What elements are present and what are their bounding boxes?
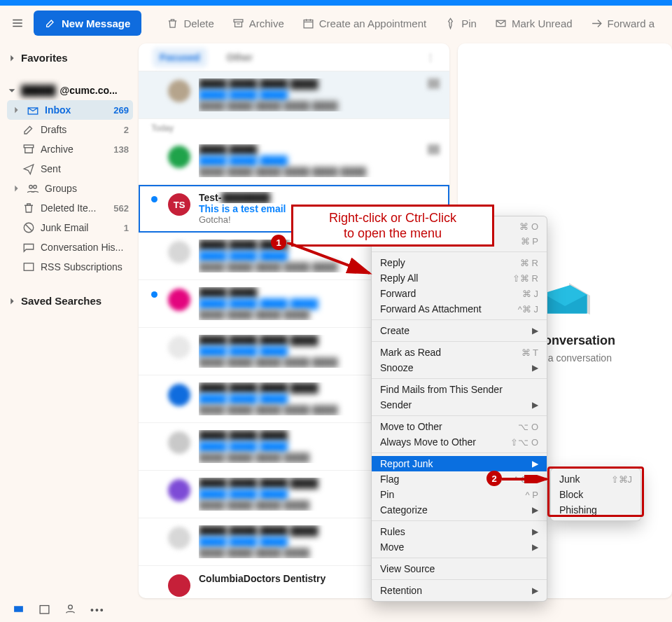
ctx-pin[interactable]: Pin^ P xyxy=(372,487,547,502)
folder-label: RSS Subscriptions xyxy=(41,261,129,272)
ctx-label: View Source xyxy=(380,563,435,574)
tab-other[interactable]: Other xyxy=(220,48,260,67)
sidebar: Favorites █████@cumc.co... Inbox269Draft… xyxy=(0,41,139,598)
ctx-report-junk[interactable]: Report Junk▶ xyxy=(372,456,547,471)
shortcut: ^ O xyxy=(514,474,528,485)
ctx-label: Block xyxy=(559,489,583,500)
toolbar: New Message Delete Archive Create an App… xyxy=(0,6,672,41)
mail-tab-icon[interactable] xyxy=(13,603,24,617)
account-header[interactable]: █████@cumc.co... xyxy=(4,81,133,100)
ctx-label: Sender xyxy=(380,399,412,410)
chevron-right-icon xyxy=(11,184,21,193)
folder-groups[interactable]: Groups xyxy=(7,179,133,198)
chevron-right-icon: ▶ xyxy=(532,527,538,537)
ctx-move[interactable]: Move▶ xyxy=(372,539,547,555)
folder-sent[interactable]: Sent xyxy=(7,159,133,179)
annotation-line1: Right-click or Ctrl-Click xyxy=(329,211,456,225)
ctx-label: Junk xyxy=(559,474,580,485)
ctx-reply[interactable]: Reply⌘ R xyxy=(372,255,547,270)
chevron-right-icon: ▶ xyxy=(532,586,538,595)
folder-convhist[interactable]: Conversation His... xyxy=(7,237,133,257)
people-tab-icon[interactable] xyxy=(64,603,76,617)
ctx-always-move[interactable]: Always Move to Other⇧⌥ O xyxy=(372,434,547,450)
svg-point-5 xyxy=(29,186,33,189)
ctx-sender[interactable]: Sender▶ xyxy=(372,397,547,413)
delete-button[interactable]: Delete xyxy=(160,11,220,36)
folder-deleted[interactable]: Deleted Ite...562 xyxy=(7,198,133,218)
folder-count: 562 xyxy=(113,203,129,214)
trash-icon xyxy=(167,18,178,29)
chevron-right-icon xyxy=(11,105,21,115)
unread-label: Mark Unread xyxy=(512,18,573,29)
chevron-right-icon: ▶ xyxy=(532,542,538,552)
ctx-reply-all[interactable]: Reply All⇧⌘ R xyxy=(372,270,547,286)
section-saved-searches[interactable]: Saved Searches xyxy=(4,291,133,311)
folder-junk[interactable]: Junk Email1 xyxy=(7,218,133,237)
message-row[interactable]: ████ ████████ ████ ████████ ████ ████ ██… xyxy=(139,137,449,185)
context-menu: ⌘ O ⌘ P Reply⌘ R Reply All⇧⌘ R Forward⌘ … xyxy=(371,216,547,602)
forward-icon xyxy=(591,18,603,29)
inbox-icon xyxy=(27,104,39,116)
submenu-phishing[interactable]: Phishing xyxy=(551,502,640,518)
ctx-retention[interactable]: Retention▶ xyxy=(372,583,547,598)
archive-button[interactable]: Archive xyxy=(225,11,291,36)
message-row[interactable]: ████ ████ ████ ████████ ████ ████████ ██… xyxy=(139,71,449,119)
folder-label: Junk Email xyxy=(41,222,118,233)
ctx-forward-attachment[interactable]: Forward As Attachment^⌘ J xyxy=(372,301,547,317)
folder-rss[interactable]: RSS Subscriptions xyxy=(7,257,133,277)
create-appointment-button[interactable]: Create an Appointment xyxy=(295,11,433,36)
chevron-right-icon: ▶ xyxy=(532,400,538,410)
tab-focused[interactable]: Focused xyxy=(153,48,207,67)
convhist-icon xyxy=(22,241,35,254)
new-message-label: New Message xyxy=(62,18,130,29)
shortcut: ⌥ O xyxy=(518,422,538,432)
folder-drafts[interactable]: Drafts2 xyxy=(7,120,133,139)
chevron-right-icon: ▶ xyxy=(532,326,538,336)
svg-rect-8 xyxy=(24,263,34,271)
submenu-block[interactable]: Block xyxy=(551,487,640,502)
ctx-flag[interactable]: Flag^ O▶ xyxy=(372,471,547,487)
chevron-right-icon: ▶ xyxy=(532,459,538,469)
calendar-tab-icon[interactable] xyxy=(38,603,50,617)
submenu-junk[interactable]: Junk⇧⌘J xyxy=(551,471,640,487)
annotation-badge-1: 1 xyxy=(271,235,286,250)
forward-label: Forward a xyxy=(608,18,655,29)
from-prefix: Test- xyxy=(199,192,221,203)
new-message-button[interactable]: New Message xyxy=(34,11,141,36)
ctx-find-sender[interactable]: Find Mails from This Sender xyxy=(372,382,547,397)
ctx-forward[interactable]: Forward⌘ J xyxy=(372,286,547,301)
mark-unread-button[interactable]: Mark Unread xyxy=(488,11,580,36)
chevron-right-icon: ▶ xyxy=(532,505,538,515)
filter-menu-icon[interactable]: ⋮ xyxy=(426,52,435,63)
folder-archive[interactable]: Archive138 xyxy=(7,139,133,159)
ctx-rules[interactable]: Rules▶ xyxy=(372,524,547,539)
window-titlebar xyxy=(0,0,672,6)
svg-rect-0 xyxy=(234,19,243,22)
folder-inbox[interactable]: Inbox269 xyxy=(7,100,133,120)
ctx-move-other[interactable]: Move to Other⌥ O xyxy=(372,419,547,434)
chevron-right-icon xyxy=(7,296,17,306)
svg-rect-13 xyxy=(40,606,49,614)
pin-button[interactable]: Pin xyxy=(438,11,484,36)
ctx-label: Categorize xyxy=(380,504,428,516)
ctx-categorize[interactable]: Categorize▶ xyxy=(372,502,547,518)
favorites-label: Favorites xyxy=(21,52,68,64)
account-prefix: █████ xyxy=(21,85,56,96)
folder-label: Inbox xyxy=(45,104,108,116)
folder-label: Sent xyxy=(41,163,129,174)
ctx-create[interactable]: Create▶ xyxy=(372,323,547,338)
menu-icon[interactable] xyxy=(6,11,29,35)
ctx-snooze[interactable]: Snooze▶ xyxy=(372,360,547,375)
ctx-view-source[interactable]: View Source xyxy=(372,561,547,576)
ctx-label: Snooze xyxy=(380,362,413,373)
ctx-label: Forward xyxy=(380,288,416,299)
more-tab-icon[interactable]: ••• xyxy=(90,604,105,616)
sent-icon xyxy=(22,163,35,175)
shortcut: ⌘ R xyxy=(520,258,538,268)
section-favorites[interactable]: Favorites xyxy=(4,48,133,68)
folder-label: Deleted Ite... xyxy=(41,202,108,214)
ctx-mark-read[interactable]: Mark as Read⌘ T xyxy=(372,345,547,360)
chevron-right-icon: ▶ xyxy=(532,363,538,373)
ctx-label: Reply All xyxy=(380,272,418,284)
forward-button[interactable]: Forward a xyxy=(584,11,662,36)
